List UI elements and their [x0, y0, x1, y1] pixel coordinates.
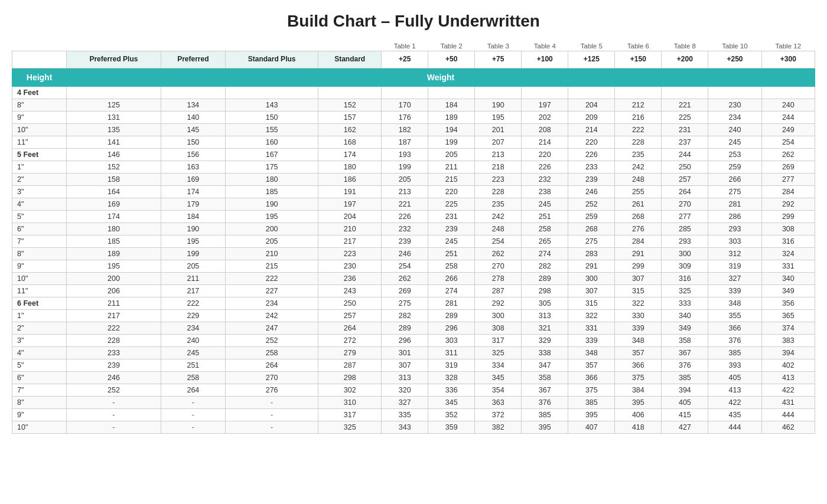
cell: 251	[522, 210, 568, 222]
cell: 300	[475, 309, 522, 322]
cell: 145	[161, 123, 225, 136]
cell: 252	[568, 198, 615, 210]
cell: 385	[522, 408, 568, 421]
cell: 217	[67, 309, 161, 322]
table-row: 2"15816918018620521522323223924825726627…	[12, 173, 815, 185]
cell: 204	[568, 99, 615, 111]
cell: 427	[662, 421, 708, 433]
cell: 363	[475, 396, 522, 408]
cell: 357	[615, 346, 662, 359]
cell: 286	[708, 210, 761, 222]
cell: 340	[662, 309, 708, 322]
cell: 296	[382, 334, 428, 346]
cell: 223	[318, 247, 382, 260]
h2-plus150: +150	[615, 51, 662, 68]
cell: 150	[226, 111, 318, 123]
cell: 251	[161, 359, 225, 371]
cell: 285	[662, 222, 708, 235]
cell: 152	[67, 161, 161, 173]
cell: 405	[708, 371, 761, 384]
cell: 393	[708, 359, 761, 371]
cell: 315	[615, 284, 662, 297]
cell: 313	[522, 309, 568, 322]
cell: 258	[428, 260, 475, 272]
h2-plus200: +200	[662, 51, 708, 68]
cell: 301	[382, 346, 428, 359]
cell: 266	[708, 173, 761, 185]
cell: 155	[226, 123, 318, 136]
cell: 418	[615, 421, 662, 433]
cell: 152	[318, 99, 382, 111]
cell: 366	[708, 322, 761, 334]
cell: 222	[615, 123, 662, 136]
h1-empty-4	[226, 41, 318, 51]
cell: 238	[522, 185, 568, 198]
cell: 281	[708, 198, 761, 210]
cell: 179	[161, 198, 225, 210]
cell: 349	[662, 322, 708, 334]
cell: 250	[662, 161, 708, 173]
cell: 135	[67, 123, 161, 136]
cell: 228	[67, 334, 161, 346]
table-row: 6"24625827029831332834535836637538540541…	[12, 371, 815, 384]
table-row: 7"25226427630232033635436737538439441342…	[12, 384, 815, 396]
cell: 158	[67, 173, 161, 185]
cell: 195	[67, 260, 161, 272]
cell: 230	[318, 260, 382, 272]
cell: 321	[522, 322, 568, 334]
cell: 366	[568, 371, 615, 384]
cell: 244	[761, 111, 815, 123]
cell: 291	[615, 247, 662, 260]
cell: 347	[522, 359, 568, 371]
cell: -	[67, 396, 161, 408]
cell: 131	[67, 111, 161, 123]
cell: 197	[318, 198, 382, 210]
cell: 372	[475, 408, 522, 421]
cell: 221	[382, 198, 428, 210]
cell: 407	[568, 421, 615, 433]
cell: 195	[226, 210, 318, 222]
cell: 405	[662, 396, 708, 408]
table-row: 6"18019020021023223924825826827628529330…	[12, 222, 815, 235]
cell: 245	[161, 346, 225, 359]
cell: 335	[382, 408, 428, 421]
cell: 242	[226, 309, 318, 322]
cell: 234	[161, 322, 225, 334]
cell: 359	[428, 421, 475, 433]
table-row: 3"22824025227229630331732933934835837638…	[12, 334, 815, 346]
cell: 266	[428, 272, 475, 284]
cell: 289	[428, 309, 475, 322]
h1-table2: Table 2	[428, 41, 475, 51]
build-chart-table: Table 1 Table 2 Table 3 Table 4 Table 5 …	[12, 41, 815, 434]
table-row: 1"21722924225728228930031332233034035536…	[12, 309, 815, 322]
cell: 319	[708, 260, 761, 272]
cell: -	[67, 421, 161, 433]
cell: 190	[161, 222, 225, 235]
cell: 190	[226, 198, 318, 210]
cell: 194	[428, 123, 475, 136]
cell: 168	[318, 136, 382, 148]
cell: 354	[475, 384, 522, 396]
cell: 186	[318, 173, 382, 185]
cell: 376	[662, 359, 708, 371]
h2-plus25: +25	[382, 51, 428, 68]
cell: 255	[615, 185, 662, 198]
cell: 143	[226, 99, 318, 111]
cell: 291	[568, 260, 615, 272]
table-row: 4 Feet	[12, 86, 815, 99]
cell: 376	[522, 396, 568, 408]
table-row: 5"23925126428730731933434735736637639340…	[12, 359, 815, 371]
cell: 270	[475, 260, 522, 272]
cell: 231	[428, 210, 475, 222]
cell: 358	[662, 334, 708, 346]
cell: -	[161, 396, 225, 408]
cell: 245	[522, 198, 568, 210]
cell: 331	[761, 260, 815, 272]
cell: 180	[67, 222, 161, 235]
cell: 276	[615, 222, 662, 235]
cell: 254	[761, 136, 815, 148]
cell: 395	[522, 421, 568, 433]
cell: 444	[708, 421, 761, 433]
cell: 170	[382, 99, 428, 111]
table-row: 3"16417418519121322022823824625526427528…	[12, 185, 815, 198]
